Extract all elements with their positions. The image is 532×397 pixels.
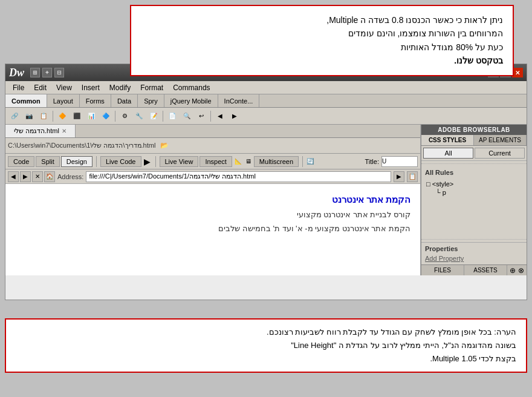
toolbar-btn-10[interactable]: 📝 [147, 110, 160, 122]
browse-button[interactable]: 📋 [407, 171, 418, 182]
right-panel-spacer [421, 199, 527, 237]
back-button[interactable]: ◀ [8, 171, 19, 182]
toolbar-btn-1[interactable]: 🔗 [8, 110, 21, 122]
css-styles-tab[interactable]: CSS STYLES [421, 135, 474, 145]
bottom-tooltip-box: הערה: בכל אופן מומלץ לשחק עם הגודל עד לק… [5, 318, 527, 373]
inspect-button[interactable]: Inspect [199, 156, 232, 167]
tab-layout[interactable]: Layout [47, 94, 80, 107]
toolbar-btn-8[interactable]: ⚙ [118, 110, 131, 122]
content-line-2: קורס לבניית אתר אינטרנט מקצועי [15, 208, 410, 221]
all-filter-button[interactable]: All [423, 148, 473, 159]
properties-label: Properties [425, 245, 523, 252]
tree-item-style[interactable]: □ <style> [426, 180, 522, 188]
title-bar-icons: ⊞ ✦ ⊟ [30, 68, 64, 77]
forward-button[interactable]: ▶ [20, 171, 31, 182]
files-tab[interactable]: FILES [421, 265, 464, 275]
current-filter-button[interactable]: Current [475, 148, 525, 159]
toolbar-btn-3[interactable]: 📋 [37, 110, 50, 122]
live-code-button[interactable]: Live Code [100, 156, 141, 167]
toolbar-sep-1 [53, 111, 53, 122]
arrow-icon: ▶ [144, 157, 151, 166]
assets-tab[interactable]: ASSETS [464, 265, 507, 275]
live-view-button[interactable]: Live View [160, 156, 199, 167]
menu-modify[interactable]: Modify [105, 82, 135, 93]
menu-edit[interactable]: Edit [29, 82, 51, 93]
toolbar-btn-14[interactable]: ◀ [213, 110, 227, 122]
screen-icon: 🖥 [245, 158, 251, 165]
tab-inconte[interactable]: InConte... [218, 94, 260, 107]
view-bar: Code Split Design Live Code ▶ Live View … [5, 154, 420, 169]
properties-section: Properties Add Property [421, 242, 527, 264]
tab-bar: Common Layout Forms Data Spry jQuery Mob… [5, 94, 527, 108]
toolbar-sep-3 [163, 111, 163, 122]
title-icon-2[interactable]: ✦ [42, 68, 52, 77]
content-line-1[interactable]: הקמת אתר אינטרנט [15, 191, 410, 208]
address-input[interactable] [86, 171, 391, 182]
design-button[interactable]: Design [61, 156, 92, 167]
title-icon-1[interactable]: ⊞ [30, 68, 40, 77]
top-tooltip-box: ניתן לראות כי כאשר הכנסנו 0.8 בשדה ה Mul… [130, 5, 514, 76]
title-input[interactable] [381, 156, 418, 167]
bottom-tooltip-line3: בקצת לכדי Multiple 1.05. [16, 352, 516, 366]
panel-icons: ⊕ ⊗ [507, 265, 527, 275]
menu-view[interactable]: View [51, 82, 77, 93]
multiscreen-button[interactable]: Multiscreen [254, 156, 299, 167]
view-sep-3 [302, 156, 303, 167]
right-panel-tab-row: CSS STYLES AP ELEMENTS [421, 135, 527, 146]
rp-filter-bar: All Current [421, 146, 527, 161]
add-property-link[interactable]: Add Property [425, 255, 523, 262]
dw-logo: Dw [9, 67, 24, 79]
top-tooltip-line1: ניתן לראות כי כאשר הכנסנו 0.8 בשדה ה Mul… [141, 13, 503, 27]
main-panel: הדגמה שלי.html ✕ C:\Users\win7\Documents… [5, 125, 421, 275]
title-icon-3[interactable]: ⊟ [54, 68, 64, 77]
tab-jquery-mobile[interactable]: jQuery Mobile [164, 94, 218, 107]
view-sep-1 [96, 156, 97, 167]
content-area: הקמת אתר אינטרנט קורס לבניית אתר אינטרנט… [5, 184, 420, 275]
stop-button[interactable]: ✕ [32, 171, 43, 182]
tab-spry[interactable]: Spry [138, 94, 164, 107]
toolbar-btn-12[interactable]: 🔍 [180, 110, 193, 122]
doc-tab-close-icon[interactable]: ✕ [62, 128, 66, 134]
toolbar-btn-2[interactable]: 📷 [22, 110, 36, 122]
tab-data[interactable]: Data [111, 94, 138, 107]
code-button[interactable]: Code [8, 156, 34, 167]
tree-item-p[interactable]: └ p [426, 188, 522, 197]
doc-tab-name: הדגמה שלי.html [14, 127, 59, 135]
toolbar-btn-9[interactable]: 🔧 [132, 110, 146, 122]
toolbar-btn-13[interactable]: ↩ [195, 110, 208, 122]
split-button[interactable]: Split [36, 156, 59, 167]
doc-tab-active[interactable]: הדגמה שלי.html ✕ [5, 125, 76, 137]
toolbar-btn-7[interactable]: 🔷 [99, 110, 112, 122]
home-button[interactable]: 🏠 [44, 171, 55, 182]
view-sep-2 [155, 156, 156, 167]
toolbar-btn-11[interactable]: 📄 [166, 110, 179, 122]
nav-buttons: ◀ ▶ ✕ 🏠 [8, 171, 55, 182]
title-label: Title: [365, 158, 379, 165]
menu-insert[interactable]: Insert [77, 82, 105, 93]
toolbar-btn-15[interactable]: ▶ [228, 110, 241, 122]
menu-format[interactable]: Format [135, 82, 168, 93]
panel-icon-1[interactable]: ⊕ [510, 266, 516, 275]
tab-forms[interactable]: Forms [80, 94, 111, 107]
menu-commands[interactable]: Commands [168, 82, 215, 93]
go-button[interactable]: ▶ [394, 171, 404, 182]
tab-common[interactable]: Common [5, 94, 47, 107]
expand-icon: □ [426, 180, 432, 188]
toolbar-btn-5[interactable]: ⬛ [70, 110, 83, 122]
panel-icon-2[interactable]: ⊗ [518, 266, 524, 275]
rules-tree: □ <style> └ p [421, 177, 527, 199]
menu-file[interactable]: File [8, 82, 29, 93]
bottom-tooltip-line1: הערה: בכל אופן מומלץ לשחק עם הגודל עד לק… [16, 326, 516, 339]
toolbar-btn-4[interactable]: 🔶 [56, 110, 69, 122]
files-assets-tabs: FILES ASSETS ⊕ ⊗ [421, 264, 527, 275]
doc-area: הדגמה שלי.html ✕ C:\Users\win7\Documents… [5, 125, 527, 275]
inspect-icon: 📐 [235, 158, 242, 165]
top-tooltip-line2: המרווחים בין השורות צומצמו, והינם עומדים [141, 27, 503, 40]
content-line-3: הקמת אתר אינטרנט מקצועי מ- א' ועד ת' בחמ… [15, 221, 410, 235]
toolbar-btn-6[interactable]: 📊 [85, 110, 98, 122]
refresh-icon[interactable]: 🔄 [307, 158, 314, 165]
ap-elements-tab[interactable]: AP ELEMENTS [474, 135, 527, 145]
address-bar: ◀ ▶ ✕ 🏠 Address: ▶ 📋 [5, 169, 420, 184]
style-tag-label: <style> [432, 180, 453, 188]
all-rules-label: All Rules [421, 166, 527, 177]
